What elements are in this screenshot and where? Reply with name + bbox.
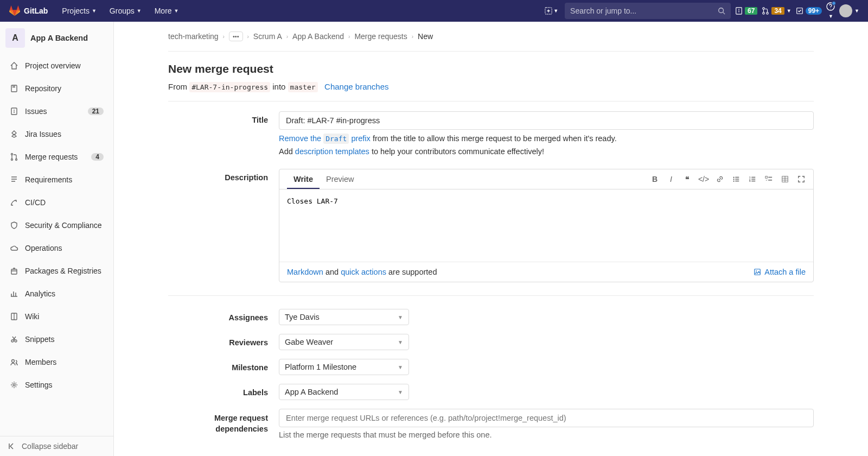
groups-menu[interactable]: Groups▼	[104, 7, 147, 15]
header-right: ▼ 67 34▼ 99+ ▼ ▼	[542, 2, 859, 20]
sidebar-item-requirements[interactable]: Requirements	[2, 168, 111, 191]
svg-point-3	[738, 9, 739, 10]
editor-toolbar: B I ❝ </> 123	[650, 175, 806, 183]
code-button[interactable]: </>	[699, 175, 708, 183]
svg-point-21	[733, 177, 735, 178]
sidebar-item-snippets[interactable]: Snippets	[2, 328, 111, 351]
target-branch: master	[288, 82, 318, 92]
mr-counter[interactable]: 34▼	[762, 7, 791, 15]
sidebar-item-label: Requirements	[25, 175, 104, 184]
project-header[interactable]: A App A Backend	[0, 22, 113, 54]
svg-point-5	[763, 12, 765, 15]
breadcrumbs: tech-marketing› •••› Scrum A› App A Back…	[168, 22, 814, 52]
ul-button[interactable]	[732, 175, 741, 183]
milestone-dropdown[interactable]: Platform 1 Milestone▼	[279, 359, 409, 375]
attach-icon	[754, 268, 761, 276]
quote-button[interactable]: ❝	[683, 175, 692, 183]
help-button[interactable]: ▼	[826, 2, 835, 20]
sidebar-item-label: CI/CD	[25, 198, 104, 207]
quick-actions-link[interactable]: quick actions	[341, 268, 386, 276]
table-button[interactable]	[781, 175, 789, 183]
sidebar-item-merge-requests[interactable]: Merge requests4	[2, 145, 111, 168]
todo-counter[interactable]: 99+	[796, 7, 822, 15]
navbar: GitLab Projects▼ Groups▼ More▼ ▼ 67 34▼ …	[0, 0, 868, 22]
sidebar-item-settings[interactable]: Settings	[2, 373, 111, 396]
sidebar-badge: 21	[88, 107, 104, 115]
bc-app-a-backend[interactable]: App A Backend	[292, 32, 344, 41]
sidebar-item-repository[interactable]: Repository	[2, 77, 111, 100]
sidebar-item-ci-cd[interactable]: CI/CD	[2, 191, 111, 214]
search-icon	[718, 7, 725, 15]
italic-button[interactable]: I	[667, 175, 675, 183]
sidebar-item-label: Wiki	[25, 312, 104, 321]
project-name: App A Backend	[30, 34, 88, 42]
bold-button[interactable]: B	[650, 175, 659, 183]
svg-point-22	[733, 179, 735, 180]
bc-tech-marketing[interactable]: tech-marketing	[168, 32, 219, 41]
reviewers-label: Reviewers	[168, 334, 279, 350]
title-label: Title	[168, 111, 279, 156]
tab-write[interactable]: Write	[287, 169, 320, 189]
ol-button[interactable]: 123	[748, 175, 757, 183]
todo-icon	[796, 7, 803, 15]
sidebar-item-project-overview[interactable]: Project overview	[2, 54, 111, 77]
new-button[interactable]: ▼	[542, 7, 560, 15]
svg-point-12	[11, 154, 13, 155]
sidebar-item-operations[interactable]: Operations	[2, 237, 111, 259]
brand-name: GitLab	[24, 7, 48, 15]
gitlab-icon	[9, 5, 21, 17]
sidebar-item-packages-registries[interactable]: Packages & Registries	[2, 259, 111, 282]
change-branches-link[interactable]: Change branches	[324, 82, 388, 91]
deps-input[interactable]	[279, 409, 814, 427]
svg-point-6	[767, 12, 769, 15]
svg-rect-27	[765, 176, 768, 179]
title-input[interactable]	[279, 111, 814, 130]
bc-ellipsis[interactable]: •••	[229, 31, 243, 41]
repo-icon	[10, 84, 18, 93]
labels-dropdown[interactable]: App A Backend▼	[279, 384, 409, 400]
svg-point-4	[763, 8, 765, 10]
bc-merge-requests[interactable]: Merge requests	[354, 32, 407, 41]
project-avatar: A	[5, 28, 25, 48]
sidebar-item-label: Analytics	[25, 289, 104, 298]
user-menu[interactable]: ▼	[839, 4, 859, 17]
tasklist-button[interactable]	[764, 175, 773, 183]
sidebar-item-members[interactable]: Members	[2, 351, 111, 373]
tab-preview[interactable]: Preview	[320, 169, 361, 189]
link-button[interactable]	[716, 175, 724, 183]
sidebar-item-security-compliance[interactable]: Security & Compliance	[2, 214, 111, 237]
deps-label: Merge requestdependencies	[168, 409, 279, 439]
attach-file-button[interactable]: Attach a file	[754, 268, 806, 276]
remove-draft-link[interactable]: Remove the Draft prefix	[279, 134, 371, 143]
svg-point-20	[13, 384, 15, 386]
collapse-icon	[8, 442, 16, 451]
fullscreen-button[interactable]	[797, 175, 806, 183]
search-input[interactable]	[570, 7, 718, 15]
analytics-icon	[10, 289, 18, 298]
collapse-sidebar[interactable]: Collapse sidebar	[0, 436, 113, 456]
req-icon	[10, 175, 18, 184]
sidebar-item-jira-issues[interactable]: Jira Issues	[2, 123, 111, 145]
markdown-link[interactable]: Markdown	[287, 268, 323, 276]
description-templates-link[interactable]: description templates	[295, 147, 369, 156]
sidebar-item-wiki[interactable]: Wiki	[2, 305, 111, 328]
sidebar-item-issues[interactable]: Issues21	[2, 100, 111, 123]
sidebar-item-label: Security & Compliance	[25, 221, 104, 230]
search-box[interactable]	[565, 3, 731, 19]
reviewers-dropdown[interactable]: Gabe Weaver▼	[279, 334, 409, 350]
projects-menu[interactable]: Projects▼	[56, 7, 102, 15]
bc-new: New	[418, 32, 433, 41]
content-area: tech-marketing› •••› Scrum A› App A Back…	[114, 22, 868, 456]
sidebar-item-analytics[interactable]: Analytics	[2, 282, 111, 305]
svg-point-23	[733, 181, 735, 182]
sidebar-item-label: Jira Issues	[25, 130, 104, 138]
assignees-dropdown[interactable]: Tye Davis▼	[279, 309, 409, 325]
issues-counter[interactable]: 67	[735, 7, 757, 15]
description-textarea[interactable]	[279, 189, 813, 260]
bc-scrum-a[interactable]: Scrum A	[253, 32, 282, 41]
sidebar-item-label: Members	[25, 358, 104, 366]
more-menu[interactable]: More▼	[149, 7, 184, 15]
wiki-icon	[10, 312, 18, 321]
sidebar-item-label: Snippets	[25, 335, 104, 344]
brand-logo[interactable]: GitLab	[9, 5, 48, 17]
